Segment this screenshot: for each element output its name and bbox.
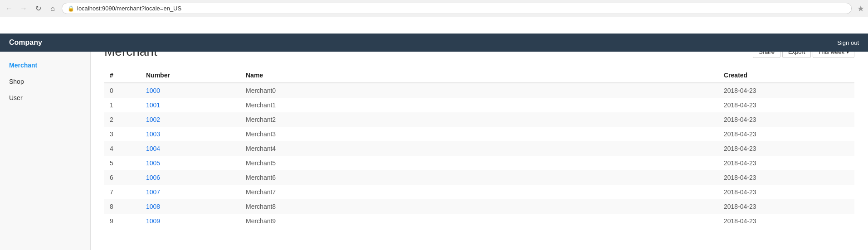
cell-index: 4 bbox=[104, 141, 141, 156]
url-text: localhost:9090/merchant?locale=en_US bbox=[77, 5, 181, 12]
cell-number: 1009 bbox=[141, 214, 240, 228]
table-row[interactable]: 5 1005 Merchant5 2018-04-23 bbox=[104, 156, 854, 170]
cell-name: Merchant7 bbox=[240, 185, 718, 199]
cell-name: Merchant4 bbox=[240, 141, 718, 156]
table-row[interactable]: 0 1000 Merchant0 2018-04-23 bbox=[104, 83, 854, 98]
cell-created: 2018-04-23 bbox=[718, 141, 854, 156]
cell-name: Merchant1 bbox=[240, 98, 718, 112]
cell-created: 2018-04-23 bbox=[718, 112, 854, 127]
cell-created: 2018-04-23 bbox=[718, 127, 854, 141]
cell-name: Merchant5 bbox=[240, 156, 718, 170]
cell-number: 1001 bbox=[141, 98, 240, 112]
table-row[interactable]: 9 1009 Merchant9 2018-04-23 bbox=[104, 214, 854, 228]
cell-number: 1002 bbox=[141, 112, 240, 127]
main-content: Merchant Share Export This week ▾ # Numb… bbox=[91, 35, 868, 250]
table-row[interactable]: 3 1003 Merchant3 2018-04-23 bbox=[104, 127, 854, 141]
cell-created: 2018-04-23 bbox=[718, 156, 854, 170]
col-header-index: # bbox=[104, 68, 141, 83]
cell-name: Merchant2 bbox=[240, 112, 718, 127]
cell-number: 1000 bbox=[141, 83, 240, 98]
cell-name: Merchant0 bbox=[240, 83, 718, 98]
cell-index: 3 bbox=[104, 127, 141, 141]
cell-index: 7 bbox=[104, 185, 141, 199]
table-row[interactable]: 4 1004 Merchant4 2018-04-23 bbox=[104, 141, 854, 156]
table-row[interactable]: 2 1002 Merchant2 2018-04-23 bbox=[104, 112, 854, 127]
cell-index: 2 bbox=[104, 112, 141, 127]
table-row[interactable]: 6 1006 Merchant6 2018-04-23 bbox=[104, 170, 854, 185]
merchant-table: # Number Name Created 0 1000 Merchant0 2… bbox=[104, 68, 854, 228]
brand-name: Company bbox=[9, 38, 42, 47]
cell-index: 5 bbox=[104, 156, 141, 170]
cell-created: 2018-04-23 bbox=[718, 214, 854, 228]
cell-index: 9 bbox=[104, 214, 141, 228]
cell-name: Merchant6 bbox=[240, 170, 718, 185]
top-navbar: Company Sign out bbox=[0, 34, 868, 52]
cell-created: 2018-04-23 bbox=[718, 98, 854, 112]
sign-out-button[interactable]: Sign out bbox=[837, 39, 859, 46]
cell-number: 1003 bbox=[141, 127, 240, 141]
table-row[interactable]: 1 1001 Merchant1 2018-04-23 bbox=[104, 98, 854, 112]
forward-button[interactable]: → bbox=[18, 3, 29, 14]
sidebar-item-shop[interactable]: Shop bbox=[0, 73, 90, 90]
reload-button[interactable]: ↻ bbox=[33, 3, 44, 14]
col-header-created: Created bbox=[718, 68, 854, 83]
address-bar[interactable]: 🔒 localhost:9090/merchant?locale=en_US bbox=[62, 3, 852, 14]
table-body: 0 1000 Merchant0 2018-04-23 1 1001 Merch… bbox=[104, 83, 854, 228]
sidebar: Dashboard Merchant Shop User bbox=[0, 35, 91, 250]
table-row[interactable]: 8 1008 Merchant8 2018-04-23 bbox=[104, 199, 854, 214]
cell-index: 1 bbox=[104, 98, 141, 112]
browser-chrome: ← → ↻ ⌂ 🔒 localhost:9090/merchant?locale… bbox=[0, 0, 868, 17]
cell-created: 2018-04-23 bbox=[718, 185, 854, 199]
bookmark-button[interactable]: ★ bbox=[857, 4, 864, 14]
cell-created: 2018-04-23 bbox=[718, 170, 854, 185]
cell-number: 1004 bbox=[141, 141, 240, 156]
sidebar-item-merchant[interactable]: Merchant bbox=[0, 57, 90, 73]
back-button[interactable]: ← bbox=[4, 3, 15, 14]
cell-created: 2018-04-23 bbox=[718, 199, 854, 214]
cell-name: Merchant3 bbox=[240, 127, 718, 141]
cell-number: 1007 bbox=[141, 185, 240, 199]
cell-number: 1005 bbox=[141, 156, 240, 170]
cell-number: 1006 bbox=[141, 170, 240, 185]
table-header: # Number Name Created bbox=[104, 68, 854, 83]
lock-icon: 🔒 bbox=[68, 5, 74, 12]
sidebar-item-user[interactable]: User bbox=[0, 90, 90, 106]
table-row[interactable]: 7 1007 Merchant7 2018-04-23 bbox=[104, 185, 854, 199]
col-header-number: Number bbox=[141, 68, 240, 83]
cell-number: 1008 bbox=[141, 199, 240, 214]
cell-index: 6 bbox=[104, 170, 141, 185]
cell-name: Merchant8 bbox=[240, 199, 718, 214]
cell-created: 2018-04-23 bbox=[718, 83, 854, 98]
col-header-name: Name bbox=[240, 68, 718, 83]
cell-index: 0 bbox=[104, 83, 141, 98]
home-button[interactable]: ⌂ bbox=[47, 3, 58, 14]
cell-index: 8 bbox=[104, 199, 141, 214]
cell-name: Merchant9 bbox=[240, 214, 718, 228]
